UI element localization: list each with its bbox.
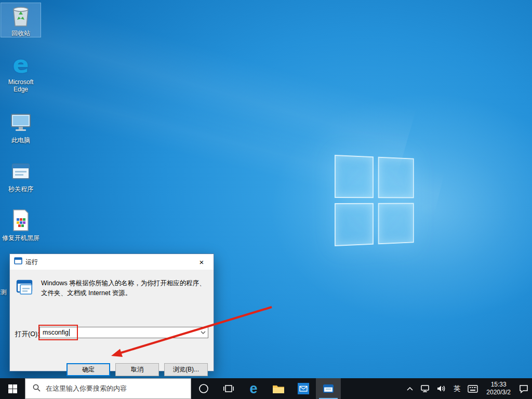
windows-logo-pane <box>378 157 414 198</box>
windows-logo-pane <box>335 203 374 246</box>
system-tray: 英 15:33 2020/3/2 <box>403 378 532 399</box>
windows-start-icon <box>8 384 17 393</box>
desktop-icon-microsoft-edge[interactable]: e Microsoft Edge <box>1 52 41 93</box>
network-status[interactable] <box>417 378 433 399</box>
search-icon <box>33 384 41 394</box>
cortana-button[interactable] <box>191 378 216 399</box>
folder-icon <box>272 383 285 394</box>
chevron-up-icon <box>407 387 413 391</box>
desktop-icon-this-pc[interactable]: 此电脑 <box>1 110 41 144</box>
run-window-icon <box>14 257 22 267</box>
tray-show-hidden-icons[interactable] <box>403 378 417 399</box>
desktop: 回收站 e Microsoft Edge 此电脑 秒关程序 <box>0 0 532 399</box>
task-view-icon <box>223 384 234 393</box>
text-caret <box>69 329 70 336</box>
taskbar-run-button-active[interactable] <box>316 378 341 399</box>
desktop-icon-label: 修复开机黑屏 <box>1 234 41 242</box>
search-placeholder: 在这里输入你要搜索的内容 <box>46 384 127 393</box>
cancel-button[interactable]: 取消 <box>115 363 159 376</box>
task-view-button[interactable] <box>216 378 241 399</box>
windows-logo-pane <box>378 203 414 245</box>
desktop-icon-label: 秒关程序 <box>1 185 41 193</box>
clock-time: 15:33 <box>491 381 507 389</box>
partial-desktop-icon-label: 测 <box>1 288 9 297</box>
run-app-icon <box>323 383 334 394</box>
taskbar: 在这里输入你要搜索的内容 e <box>0 378 532 399</box>
browse-button[interactable]: 浏览(B)... <box>164 363 208 376</box>
touch-keyboard-button[interactable] <box>464 378 482 399</box>
dialog-body: Windows 将根据你所输入的名称，为你打开相应的程序、 文件夹、文档或 In… <box>10 270 214 371</box>
dialog-description: Windows 将根据你所输入的名称，为你打开相应的程序、 文件夹、文档或 In… <box>41 278 206 298</box>
keyboard-icon <box>468 385 478 393</box>
run-command-value: msconfig <box>43 329 69 336</box>
recycle-bin-icon <box>1 3 41 28</box>
description-line-2: 文件夹、文档或 Internet 资源。 <box>41 288 206 298</box>
taskbar-clock[interactable]: 15:33 2020/3/2 <box>482 378 515 399</box>
network-icon <box>420 384 430 393</box>
volume-status[interactable] <box>433 378 450 399</box>
description-line-1: Windows 将根据你所输入的名称，为你打开相应的程序、 <box>41 278 206 288</box>
edge-icon: e <box>1 52 41 77</box>
ok-button[interactable]: 确定 <box>66 363 110 376</box>
cortana-icon <box>198 383 209 394</box>
start-button[interactable] <box>0 378 25 399</box>
desktop-icon-label: Microsoft Edge <box>1 78 41 93</box>
run-dialog-icon <box>16 278 35 298</box>
desktop-icon-label: 此电脑 <box>1 137 41 144</box>
open-label: 打开(O): <box>15 330 39 339</box>
run-dialog-window: 运行 × Windows 将根据你所输入的名称，为你打开相应的程序、 文件夹、文… <box>9 254 214 371</box>
action-center-button[interactable] <box>515 378 532 399</box>
dropdown-chevron-icon[interactable] <box>198 327 208 338</box>
windows-logo-pane <box>335 155 374 198</box>
taskbar-file-explorer-button[interactable] <box>266 378 291 399</box>
run-command-combobox[interactable]: msconfig <box>39 327 208 338</box>
program-window-icon <box>1 159 41 184</box>
windows-logo <box>335 155 414 246</box>
ime-language-indicator[interactable]: 英 <box>450 378 464 399</box>
close-icon: × <box>200 258 204 267</box>
dialog-title: 运行 <box>25 258 190 267</box>
taskbar-search-box[interactable]: 在这里输入你要搜索的内容 <box>25 378 191 399</box>
desktop-icon-fix-black-screen[interactable]: 修复开机黑屏 <box>1 208 41 242</box>
edge-icon: e <box>249 382 257 396</box>
taskbar-edge-button[interactable]: e <box>241 378 266 399</box>
notification-icon <box>519 384 528 393</box>
desktop-icon-label: 回收站 <box>1 30 41 37</box>
computer-icon <box>1 110 41 135</box>
run-command-input[interactable]: msconfig <box>40 329 198 337</box>
mail-icon <box>298 383 309 394</box>
close-button[interactable]: × <box>190 254 214 270</box>
document-pixels-icon <box>1 208 41 233</box>
speaker-icon <box>437 384 446 393</box>
taskbar-mail-button[interactable] <box>291 378 316 399</box>
dialog-titlebar[interactable]: 运行 × <box>10 254 214 270</box>
desktop-icon-quick-close[interactable]: 秒关程序 <box>1 159 41 193</box>
clock-date: 2020/3/2 <box>486 389 511 396</box>
desktop-icon-recycle-bin[interactable]: 回收站 <box>1 3 41 37</box>
